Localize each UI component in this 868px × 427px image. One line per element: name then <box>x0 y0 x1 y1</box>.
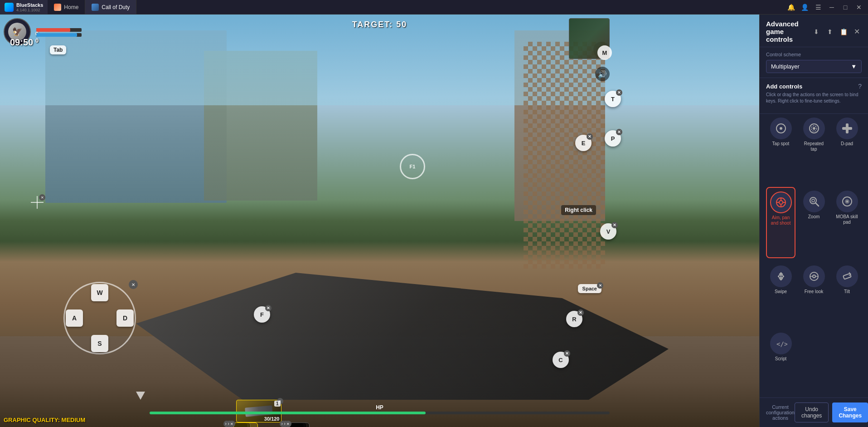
free-look-icon <box>803 265 825 287</box>
svg-point-1 <box>780 127 782 130</box>
control-dpad[interactable]: D-pad <box>832 114 862 183</box>
bluestacks-icon <box>5 3 14 12</box>
control-swipe[interactable]: Swipe <box>766 262 795 326</box>
repeated-tap-label: Repeated tap <box>801 141 827 152</box>
script-label: Script <box>775 356 787 362</box>
menu-button[interactable]: ☰ <box>812 2 824 13</box>
svg-rect-24 <box>843 273 851 279</box>
cod-tab-icon <box>92 4 99 11</box>
svg-point-18 <box>846 201 848 202</box>
share-button[interactable]: 📋 <box>838 26 849 37</box>
tap-spot-label: Tap spot <box>772 141 790 147</box>
right-panel: Advanced game controls ⬇ ⬆ 📋 ✕ Control s… <box>759 15 868 427</box>
title-bar-left: BlueStacks 4.140.1.1002 Home Call of Dut… <box>0 0 136 14</box>
svg-point-15 <box>812 199 815 202</box>
panel-title: Advanced game controls <box>766 20 811 43</box>
aim-pan-shoot-icon <box>770 191 792 213</box>
control-moba-skill[interactable]: MOBA skill pad <box>832 187 862 258</box>
svg-point-3 <box>813 127 815 130</box>
add-controls-section: Add controls ? Click or drag the actions… <box>760 78 868 114</box>
dropdown-arrow: ▼ <box>851 63 857 70</box>
zoom-icon <box>803 191 825 212</box>
panel-header-icons: ⬇ ⬆ 📋 ✕ <box>811 26 862 37</box>
control-tilt[interactable]: Tilt <box>832 262 862 326</box>
bluestacks-logo: BlueStacks 4.140.1.1002 <box>0 0 48 14</box>
scheme-dropdown[interactable]: Multiplayer ▼ <box>766 60 862 73</box>
account-button[interactable]: 👤 <box>798 2 811 13</box>
notifications-button[interactable]: 🔔 <box>785 2 797 13</box>
app-name: BlueStacks <box>16 2 43 8</box>
dpad-icon <box>836 118 858 139</box>
moba-skill-icon <box>836 191 858 212</box>
dpad-label: D-pad <box>841 141 853 147</box>
app-version: 4.140.1.1002 <box>16 8 43 12</box>
control-tap-spot[interactable]: Tap spot <box>766 114 795 183</box>
control-zoom[interactable]: Zoom <box>799 187 829 258</box>
svg-text:</>: </> <box>776 340 787 348</box>
add-controls-title: Add controls <box>766 83 802 90</box>
control-free-look[interactable]: Free look <box>799 262 829 326</box>
close-button[interactable]: ✕ <box>853 2 865 13</box>
tab-home[interactable]: Home <box>48 0 85 14</box>
control-scheme-label: Control scheme <box>766 52 862 57</box>
tilt-icon <box>836 265 858 287</box>
scheme-value: Multiplayer <box>771 63 800 70</box>
undo-button[interactable]: Undo changes <box>795 402 829 422</box>
add-controls-desc: Click or drag the actions on the screen … <box>766 92 862 104</box>
add-controls-header: Add controls ? <box>766 83 862 90</box>
maximize-button[interactable]: □ <box>839 2 852 13</box>
title-bar-right: 🔔 👤 ☰ ─ □ ✕ <box>785 2 868 13</box>
control-script[interactable]: </> Script <box>766 329 795 393</box>
free-look-label: Free look <box>805 289 824 294</box>
swipe-icon <box>770 265 792 287</box>
main-content: 🦅 TARGET: 50 09:50 0 0 Tab <box>0 15 868 427</box>
export-button[interactable]: ⬆ <box>824 26 835 37</box>
save-button[interactable]: Save Changes <box>832 402 868 422</box>
minimize-button[interactable]: ─ <box>825 2 838 13</box>
tab-cod[interactable]: Call of Duty <box>85 0 136 14</box>
controls-grid: Tap spot Repeated tap <box>760 114 868 398</box>
svg-point-21 <box>813 275 815 278</box>
swipe-label: Swipe <box>775 289 787 294</box>
import-button[interactable]: ⬇ <box>811 26 822 37</box>
config-actions-label: Current configuration actions <box>766 404 795 421</box>
control-aim-pan-shoot[interactable]: Aim, pan and shoot <box>766 187 795 258</box>
zoom-label: Zoom <box>808 214 820 220</box>
panel-header: Advanced game controls ⬇ ⬆ 📋 ✕ <box>760 15 868 47</box>
svg-point-8 <box>779 201 783 204</box>
panel-close-button[interactable]: ✕ <box>852 27 862 37</box>
repeated-tap-icon <box>803 118 825 139</box>
fence <box>524 42 605 269</box>
aim-pan-shoot-label: Aim, pan and shoot <box>769 215 793 226</box>
footer-buttons: Undo changes Save Changes <box>795 402 868 422</box>
svg-line-14 <box>815 203 819 206</box>
tilt-label: Tilt <box>844 289 850 294</box>
game-viewport[interactable]: 🦅 TARGET: 50 09:50 0 0 Tab <box>0 15 759 427</box>
panel-footer: Current configuration actions Undo chang… <box>760 398 868 427</box>
sky <box>0 15 759 105</box>
home-tab-icon <box>54 4 61 11</box>
control-repeated-tap[interactable]: Repeated tap <box>799 114 829 183</box>
title-bar: BlueStacks 4.140.1.1002 Home Call of Dut… <box>0 0 868 15</box>
control-scheme-section: Control scheme Multiplayer ▼ <box>760 47 868 78</box>
script-icon: </> <box>770 333 792 354</box>
moba-skill-label: MOBA skill pad <box>834 214 860 225</box>
tap-spot-icon <box>770 118 792 139</box>
help-icon[interactable]: ? <box>858 83 862 90</box>
svg-rect-6 <box>842 127 852 130</box>
